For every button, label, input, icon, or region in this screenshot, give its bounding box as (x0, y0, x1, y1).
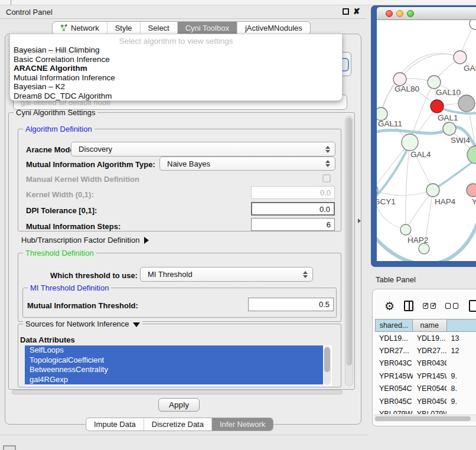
mi-threshold-field[interactable]: 0.5 (248, 298, 334, 311)
table-cell: YPR145W (375, 370, 413, 382)
splitter-collapse-icon[interactable] (358, 219, 361, 223)
bottom-tab-infer-network[interactable]: Infer Network (212, 418, 273, 431)
table-cell: YBL079W (375, 407, 413, 414)
table-row[interactable]: YBR045CYBR045C9. (375, 395, 476, 407)
dpi-tolerance-field[interactable]: 0.0 (251, 202, 335, 216)
column-header-name[interactable]: name (413, 319, 447, 332)
close-traffic-light-icon[interactable] (386, 10, 393, 17)
table-row[interactable]: YPR145WYPR145W9. (375, 370, 476, 382)
attribute-item-topologicalcoefficient[interactable]: TopologicalCoefficient (25, 356, 323, 366)
graph-node-gal4[interactable] (402, 134, 418, 151)
checked-checkbox-icon[interactable] (431, 303, 436, 309)
table-row[interactable]: YBR043CYBR043C (375, 357, 476, 370)
graph-node[interactable] (419, 243, 429, 254)
tab-cyni-toolbox[interactable]: Cyni Toolbox (178, 22, 237, 34)
graph-node-swi4[interactable] (443, 122, 456, 135)
algorithm-dropdown-list[interactable]: Select algorithm to view settings Bayesi… (9, 34, 343, 101)
graph-node-gal10[interactable] (428, 76, 441, 89)
graph-node-hap2[interactable] (400, 224, 411, 235)
split-columns-icon[interactable] (404, 301, 413, 311)
algorithm-option-mutual-information-inference[interactable]: Mutual Information Inference (10, 73, 342, 83)
float-window-icon[interactable] (343, 8, 349, 15)
apply-button[interactable]: Apply (158, 398, 200, 412)
attributes-scrollbar[interactable] (324, 346, 331, 385)
hub-definition-expander[interactable]: Hub/Transcription Factor Definition (21, 236, 149, 244)
algorithm-option-bayesian-k2[interactable]: Bayesian – K2 (10, 82, 342, 92)
top-strip-tick (11, 0, 11, 5)
graph-node-gal[interactable] (454, 51, 467, 64)
mi-threshold-group-title: MI Threshold Definition (28, 283, 111, 292)
table-cell: YBR043C (413, 357, 447, 370)
bottom-tab-impute-data[interactable]: Impute Data (86, 418, 144, 431)
mi-threshold-label: Mutual Information Threshold: (27, 301, 138, 310)
network-canvas[interactable]: GALGAL80GAL10GAL1GAL11SWI4GAL4GCY1HAP4YH… (377, 20, 476, 261)
tab-select[interactable]: Select (141, 22, 178, 34)
control-panel-tabbar: NetworkStyleSelectCyni ToolboxjActiveMNo… (52, 21, 311, 35)
table-hscrollbar[interactable] (374, 415, 476, 422)
graph-node[interactable] (470, 20, 476, 30)
graph-node[interactable] (458, 95, 475, 112)
network-window-titlebar[interactable] (377, 7, 476, 20)
attribute-item-betweennesscentrality[interactable]: BetweennessCentrality (25, 365, 323, 375)
kernel-width-field[interactable]: 0.0 (251, 186, 335, 199)
table-cell: YPR145W (413, 370, 447, 382)
attributes-scrollbar-thumb[interactable] (324, 347, 330, 372)
table-hscrollbar-thumb[interactable] (375, 416, 471, 421)
aracne-mode-combo[interactable]: Discovery (71, 142, 335, 156)
graph-node-label: HAP4 (435, 197, 456, 206)
node-attribute-table: shared...name YDL19...YDL19...13YDR27...… (375, 319, 476, 414)
tab-label: Select (148, 24, 169, 32)
attribute-item-gal4rgexp[interactable]: gal4RGexp (25, 375, 323, 385)
graph-node-label: GAL (464, 64, 476, 73)
tab-label: Network (71, 24, 99, 32)
unchecked-checkbox-icon[interactable] (453, 303, 458, 309)
minimized-panel-button[interactable] (3, 445, 16, 450)
table-row[interactable]: YER054CYER054C8. (375, 383, 476, 395)
table-row[interactable]: YDR27...YDR27...12 (375, 344, 476, 357)
graph-node-gal1[interactable] (431, 100, 444, 113)
close-icon[interactable]: ✘ (353, 6, 360, 16)
graph-node[interactable] (467, 146, 476, 164)
attribute-item-selfloops[interactable]: SelfLoops (25, 345, 323, 356)
mi-type-combo[interactable]: Naive Bayes (159, 156, 335, 171)
data-attributes-list[interactable]: SelfLoopsTopologicalCoefficientBetweenne… (25, 345, 332, 386)
combo-spinner-icon (301, 271, 310, 278)
tab-style[interactable]: Style (107, 22, 141, 34)
mi-steps-field[interactable]: 6 (251, 218, 335, 231)
aracne-mode-value: Discovery (71, 145, 323, 154)
table-cell: YER054C (375, 383, 413, 395)
which-threshold-combo[interactable]: MI Threshold (140, 267, 313, 282)
gear-icon[interactable]: ⚙ (384, 301, 395, 312)
bottom-tabbar: Impute DataDiscretize DataInfer Network (86, 418, 273, 431)
zoom-traffic-light-icon[interactable] (407, 10, 414, 17)
graph-node-gal80[interactable] (393, 73, 406, 86)
column-header-shared[interactable]: shared... (375, 319, 413, 332)
settings-scrollbar-thumb[interactable] (346, 118, 352, 366)
bottom-tab-discretize-data[interactable]: Discretize Data (144, 418, 212, 431)
tab-label: jActiveMNodules (245, 24, 302, 32)
network-view-window[interactable]: GALGAL80GAL10GAL1GAL11SWI4GAL4GCY1HAP4YH… (371, 5, 476, 267)
graph-node-gal11[interactable] (377, 107, 387, 120)
settings-scrollbar[interactable] (345, 116, 353, 386)
algorithm-option-dream8-dc-tdc-algorithm[interactable]: Dream8 DC_TDC Algorithm (10, 92, 342, 101)
manual-kernel-checkbox[interactable] (322, 174, 331, 182)
minimize-traffic-light-icon[interactable] (396, 10, 403, 17)
table-row[interactable]: YBL079WYBL079W (375, 407, 476, 414)
graph-node-y[interactable] (467, 184, 476, 197)
tab-jactivemnodules[interactable]: jActiveMNodules (237, 22, 310, 34)
top-strip (0, 0, 476, 5)
settings-hscrollbar-thumb[interactable] (12, 390, 343, 394)
tab-network[interactable]: Network (53, 22, 107, 34)
document-icon[interactable] (469, 300, 476, 312)
algorithm-option-aracne-algorithm[interactable]: ARACNE Algorithm (10, 64, 342, 73)
graph-node-hap4[interactable] (426, 184, 439, 197)
table-panel: ⚙ shared...name YDL19...YDL19...13YDR27.… (372, 289, 476, 426)
table-panel-toolbar: ⚙ (373, 295, 476, 317)
unchecked-checkbox-icon[interactable] (445, 303, 451, 309)
table-row[interactable]: YDL19...YDL19...13 (375, 332, 476, 344)
table-cell: YDL19... (375, 332, 413, 344)
graph-node-label: SWI4 (451, 136, 470, 145)
column-header-clipped[interactable] (447, 319, 476, 332)
checked-checkbox-icon[interactable] (423, 303, 428, 309)
table-cell: 12 (446, 344, 476, 357)
